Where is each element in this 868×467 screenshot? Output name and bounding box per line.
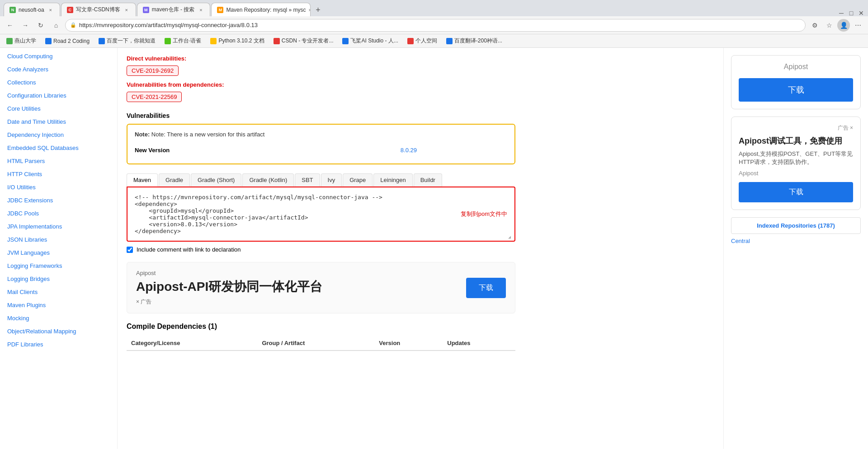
sidebar-item-jdbc-pools[interactable]: JDBC Pools: [0, 207, 117, 220]
sidebar-item-html-parsers[interactable]: HTML Parsers: [0, 154, 117, 168]
tab-close-3[interactable]: ×: [197, 6, 204, 14]
bookmark-ysu[interactable]: 燕山大学: [4, 36, 39, 46]
tab-neusoft-oa[interactable]: N neusoft-oa ×: [4, 3, 60, 16]
tab-close-1[interactable]: ×: [47, 6, 54, 14]
sidebar-item-json-libraries[interactable]: JSON Libraries: [0, 233, 117, 246]
bookmark-favicon-yuque: [165, 38, 171, 44]
include-comment-checkbox[interactable]: [127, 247, 133, 253]
ad-banner-download-button[interactable]: 下载: [466, 278, 506, 298]
home-button[interactable]: ⌂: [50, 19, 62, 32]
tab-csdn[interactable]: C 写文章-CSDN博客 ×: [61, 3, 136, 16]
tab-ivy[interactable]: Ivy: [321, 173, 342, 187]
more-button[interactable]: ⋯: [852, 19, 864, 32]
bookmark-baidu[interactable]: 百度一下，你就知道: [96, 36, 158, 46]
compile-dependencies-section: Compile Dependencies (1) Category/Licens…: [127, 322, 515, 351]
reload-button[interactable]: ↻: [34, 19, 47, 32]
back-button[interactable]: ←: [4, 19, 16, 32]
bookmark-csdn[interactable]: CSDN - 专业开发者...: [271, 36, 336, 46]
col-updates: Updates: [443, 336, 515, 350]
tab-maven[interactable]: Maven: [127, 173, 158, 187]
vulnerabilities-section: Direct vulnerabilities: CVE-2019-2692 Vu…: [127, 55, 515, 103]
table-header-row: Category/License Group / Artifact Versio…: [127, 336, 515, 350]
tab-leiningen[interactable]: Leiningen: [373, 173, 412, 187]
sidebar-item-mail-clients[interactable]: Mail Clients: [0, 285, 117, 299]
bookmark-yuque[interactable]: 工作台·语雀: [162, 36, 204, 46]
sidebar-item-logging-frameworks[interactable]: Logging Frameworks: [0, 259, 117, 272]
direct-vuln-badge[interactable]: CVE-2019-2692: [127, 65, 179, 76]
right-panel: Apipost 下载 广告 × Apipost调试工具，免费使用 Apipost…: [723, 48, 868, 449]
window-controls: ─ □ ✕: [838, 10, 864, 16]
url-text: https://mvnrepository.com/artifact/mysql…: [79, 22, 258, 28]
sidebar-item-configuration-libraries[interactable]: Configuration Libraries: [0, 89, 117, 102]
bookmark-label-feioar: 飞桨AI Studio - 人...: [350, 37, 398, 45]
sidebar-item-mocking[interactable]: Mocking: [0, 312, 117, 325]
col-group-artifact: Group / Artifact: [257, 336, 374, 350]
forward-button[interactable]: →: [19, 19, 32, 32]
maximize-button[interactable]: □: [848, 10, 854, 16]
bookmark-r2c[interactable]: Road 2 Coding: [42, 37, 92, 45]
tab-buildr[interactable]: Buildr: [414, 173, 442, 187]
deps-vuln-badge[interactable]: CVE-2021-22569: [127, 92, 182, 102]
tab-maven-search[interactable]: M maven仓库 - 搜索 ×: [137, 3, 211, 16]
favorites-button[interactable]: ☆: [823, 19, 835, 32]
minimize-button[interactable]: ─: [838, 10, 844, 16]
col-version: Version: [374, 336, 443, 350]
close-button[interactable]: ✕: [858, 10, 864, 16]
bookmark-python[interactable]: Python 3.10.2 文档: [208, 36, 267, 46]
ad-panel-download1-button[interactable]: 下载: [739, 78, 853, 102]
bookmark-feioar[interactable]: 飞桨AI Studio - 人...: [340, 36, 401, 46]
sidebar-item-orm[interactable]: Object/Relational Mapping: [0, 325, 117, 338]
sidebar-item-jdbc-extensions[interactable]: JDBC Extensions: [0, 194, 117, 207]
bookmark-favicon-baidu: [99, 38, 105, 44]
sidebar-item-http-clients[interactable]: HTTP Clients: [0, 168, 117, 181]
code-content[interactable]: <!-- https://mvnrepository.com/artifact/…: [135, 194, 507, 234]
info-box-note: Note: Note: There is a new version for t…: [135, 131, 507, 138]
browser-chrome: N neusoft-oa × C 写文章-CSDN博客 × M maven仓库 …: [0, 0, 868, 48]
sidebar-item-date-time[interactable]: Date and Time Utilities: [0, 115, 117, 128]
new-version-value[interactable]: 8.0.29: [401, 147, 507, 154]
ad-banner-close[interactable]: × 广告: [136, 298, 459, 306]
sidebar-item-code-analyzers[interactable]: Code Analyzers: [0, 63, 117, 76]
ad-panel-title2: Apipost调试工具，免费使用: [739, 135, 853, 146]
tab-favicon-3: M: [143, 7, 149, 13]
indexed-repos-title[interactable]: Indexed Repositories (1787): [738, 222, 854, 229]
sidebar-item-pdf-libraries[interactable]: PDF Libraries: [0, 338, 117, 351]
bookmark-favicon-python: [210, 38, 217, 44]
sidebar-item-io-utilities[interactable]: I/O Utilities: [0, 181, 117, 194]
bookmark-label-personal: 个人空间: [415, 37, 437, 45]
sidebar-item-maven-plugins[interactable]: Maven Plugins: [0, 299, 117, 312]
new-tab-button[interactable]: +: [311, 4, 324, 16]
address-bar[interactable]: 🔒 https://mvnrepository.com/artifact/mys…: [65, 19, 806, 32]
ad-banner-title: Apipost-API研发协同一体化平台: [136, 278, 459, 295]
tab-close-2[interactable]: ×: [123, 6, 130, 14]
content-inner: Direct vulnerabilities: CVE-2019-2692 Vu…: [118, 48, 524, 358]
lock-icon: 🔒: [70, 22, 76, 28]
sidebar-item-dependency-injection[interactable]: Dependency Injection: [0, 128, 117, 141]
indexed-repos-section: Indexed Repositories (1787): [731, 217, 861, 234]
sidebar-item-logging-bridges[interactable]: Logging Bridges: [0, 272, 117, 285]
tab-sbt[interactable]: SBT: [295, 173, 320, 187]
tab-grape[interactable]: Grape: [343, 173, 373, 187]
tab-gradle[interactable]: Gradle: [159, 173, 190, 187]
tab-gradle-kotlin[interactable]: Gradle (Kotlin): [242, 173, 294, 187]
tab-gradle-short[interactable]: Gradle (Short): [191, 173, 241, 187]
tab-close-4[interactable]: ×: [308, 6, 311, 14]
resize-handle[interactable]: ◢: [508, 234, 513, 239]
bookmark-label-baidu: 百度一下，你就知道: [107, 37, 156, 45]
sidebar-item-jpa-implementations[interactable]: JPA Implementations: [0, 220, 117, 233]
sidebar-item-core-utilities[interactable]: Core Utilities: [0, 102, 117, 115]
extensions-button[interactable]: ⚙: [808, 19, 821, 32]
sidebar-item-embedded-sql[interactable]: Embedded SQL Databases: [0, 141, 117, 154]
sidebar-item-jvm-languages[interactable]: JVM Languages: [0, 246, 117, 259]
ad-close-button[interactable]: 广告 ×: [739, 124, 853, 132]
copy-to-pom-label[interactable]: 复制到pom文件中: [461, 210, 507, 218]
new-version-info-box: Note: Note: There is a new version for t…: [127, 124, 515, 164]
ad-panel-download2-button[interactable]: 下载: [739, 182, 853, 202]
profile-button[interactable]: 👤: [837, 19, 850, 32]
bookmark-personal[interactable]: 个人空间: [405, 36, 440, 46]
sidebar-item-cloud-computing[interactable]: Cloud Computing: [0, 50, 117, 63]
tab-maven-repo[interactable]: M Maven Repository: mysql » mysc ×: [211, 3, 311, 16]
sidebar-item-collections[interactable]: Collections: [0, 76, 117, 89]
central-link[interactable]: Central: [731, 238, 750, 244]
bookmark-translate[interactable]: 百度翻译-200种语...: [443, 36, 505, 46]
